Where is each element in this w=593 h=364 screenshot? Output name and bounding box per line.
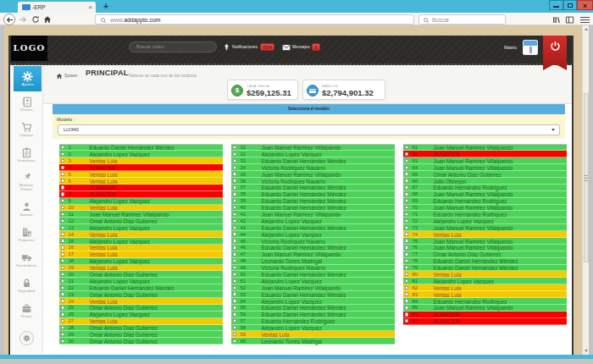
order-row[interactable]: 75Juan Manuel Ramirez Villalpando <box>403 238 567 245</box>
row-checkbox[interactable] <box>233 219 236 223</box>
row-checkbox[interactable] <box>233 333 236 336</box>
row-checkbox[interactable] <box>233 199 236 202</box>
order-row[interactable]: 37Eduardo Daniel Hernández Méndez <box>231 185 395 191</box>
order-row[interactable]: 23Omar Antonio Diaz Gutierrez <box>59 291 223 298</box>
order-row[interactable]: 86ALMACEN <box>403 312 567 318</box>
sidebar-item-seguridad[interactable]: Seguridad <box>10 273 42 298</box>
order-row[interactable]: 84Eduardo Hernández Rodriguez <box>403 298 567 305</box>
order-row[interactable]: 81Alejandro Lopez Vazquez <box>403 278 567 284</box>
order-row[interactable]: 79Eduardo Daniel Hernández Méndez <box>403 265 567 272</box>
order-row[interactable]: 16Ventas Lula <box>59 245 223 251</box>
order-row[interactable]: 40Eduardo Daniel Hernández Méndez <box>231 205 395 212</box>
row-checkbox[interactable] <box>233 152 236 156</box>
order-row[interactable]: 58Alejandro Lopez Vazquez <box>231 325 395 332</box>
row-checkbox[interactable] <box>405 279 408 283</box>
order-row[interactable]: 39Eduardo Daniel Hernández Méndez <box>231 198 395 205</box>
row-checkbox[interactable] <box>233 252 236 256</box>
order-row[interactable]: 47Juan Manuel Ramirez Villalpando <box>231 251 395 258</box>
order-row[interactable]: 67Eduardo Hernández Rodriguez <box>403 185 567 191</box>
menu-icon[interactable] <box>580 15 590 24</box>
row-checkbox[interactable] <box>405 266 408 269</box>
sidebar-item-ventas[interactable]: Ventas <box>10 298 42 323</box>
order-row[interactable]: 24Ventas Lula <box>59 298 223 305</box>
order-row[interactable]: 15Alejandro Lopez Vazquez <box>59 238 223 245</box>
sidebar-item-nomina[interactable]: Nomina <box>10 196 42 222</box>
order-row[interactable]: 3Ventas Lula <box>59 157 223 164</box>
order-row[interactable]: 33Eduardo Daniel Hernández Méndez <box>231 157 395 164</box>
row-checkbox[interactable] <box>61 252 64 256</box>
order-search-input[interactable]: Buscar orden <box>129 41 217 52</box>
order-row[interactable]: 30Omar Antonio Diaz Gutierrez <box>59 338 223 345</box>
row-checkbox[interactable] <box>405 199 408 202</box>
row-checkbox[interactable] <box>233 326 236 329</box>
row-checkbox[interactable] <box>233 166 236 169</box>
order-row[interactable]: 78Eduardo Daniel Hernández Méndez <box>403 258 567 265</box>
url-bar[interactable]: www.addappto.com <box>95 14 414 25</box>
row-checkbox[interactable] <box>405 179 408 182</box>
sidebar-item-clientes[interactable]: Clientes <box>10 91 42 117</box>
row-checkbox[interactable] <box>61 299 64 302</box>
order-row[interactable]: 14Ventas Lula <box>59 231 223 238</box>
row-checkbox[interactable] <box>233 179 236 182</box>
row-checkbox[interactable] <box>405 219 408 223</box>
sidebar-settings-button[interactable] <box>19 331 34 345</box>
order-row[interactable]: 52Juan Manuel Ramirez Villalpando <box>231 284 395 291</box>
row-checkbox[interactable] <box>233 185 236 189</box>
order-row[interactable]: 7ALMACEN <box>59 185 223 191</box>
row-checkbox[interactable] <box>61 286 64 290</box>
row-checkbox[interactable] <box>61 199 64 202</box>
page-scrollbar[interactable] <box>582 25 589 355</box>
window-maximize-button[interactable] <box>563 0 577 10</box>
order-row[interactable]: 41Juan Manuel Ramirez Villalpando <box>231 211 395 218</box>
order-row[interactable]: 10Ventas Lula <box>59 205 223 212</box>
home-icon[interactable] <box>56 73 63 80</box>
row-checkbox[interactable] <box>61 326 64 329</box>
row-checkbox[interactable] <box>405 166 408 169</box>
window-minimize-button[interactable] <box>549 0 563 10</box>
order-row[interactable]: 11Juan Manuel Ramirez Villalpando <box>59 211 223 218</box>
row-checkbox[interactable] <box>233 192 236 196</box>
tab-close-icon[interactable]: × <box>88 3 92 12</box>
row-checkbox[interactable] <box>233 172 236 175</box>
order-row[interactable]: 1Eduardo Daniel Hernández Méndez <box>59 145 223 152</box>
row-checkbox[interactable] <box>405 239 408 242</box>
order-row[interactable]: 28Omar Antonio Diaz Gutierrez <box>59 325 223 332</box>
order-row[interactable]: 73Juan Manuel Ramirez Villalpando <box>403 224 567 231</box>
browser-tab[interactable]: -ERP × <box>18 2 96 13</box>
row-checkbox[interactable] <box>233 232 236 235</box>
order-row[interactable]: 64Juan Manuel Ramirez Villalpando <box>403 164 567 171</box>
order-row[interactable]: 53Eduardo Daniel Hernández Méndez <box>231 291 395 298</box>
row-checkbox[interactable] <box>233 312 236 316</box>
order-row[interactable]: 27Ventas Lula <box>59 318 223 325</box>
order-row[interactable]: 44Alejandro Lopez Vazquez <box>231 231 395 238</box>
row-checkbox[interactable] <box>61 312 64 316</box>
sidebar-item-proveedores[interactable]: Proveedores <box>10 247 42 273</box>
back-button[interactable] <box>3 14 15 25</box>
order-row[interactable]: 18Alejandro Lopez Vazquez <box>59 258 223 265</box>
row-checkbox[interactable] <box>233 319 236 323</box>
order-row[interactable]: 77Omar Antonio Diaz Gutierrez <box>403 251 567 258</box>
order-row[interactable]: 36Victoria Rodriguez Navarro <box>231 178 395 185</box>
order-row[interactable]: 21Alejandro Lopez Vazquez <box>59 278 223 284</box>
order-row[interactable]: 83Ventas Lula <box>403 291 567 298</box>
row-checkbox[interactable] <box>405 159 408 163</box>
row-checkbox[interactable] <box>61 159 64 163</box>
sidebar-item-compras[interactable]: Compras <box>10 117 42 142</box>
breadcrumb[interactable]: System <box>64 74 77 78</box>
order-row[interactable]: 60Leonardo Torres Madrigal <box>231 338 395 345</box>
row-checkbox[interactable] <box>405 306 408 309</box>
row-checkbox[interactable] <box>61 146 64 149</box>
sidebar-item-materias-primas[interactable]: MateriasPrimas <box>10 168 42 196</box>
row-checkbox[interactable] <box>233 259 236 262</box>
row-checkbox[interactable] <box>233 273 236 276</box>
forward-button[interactable] <box>19 15 27 24</box>
row-checkbox[interactable] <box>61 339 64 343</box>
row-checkbox[interactable] <box>233 159 236 163</box>
order-row[interactable]: 72Alejandro Lopez Vazquez <box>403 218 567 224</box>
row-checkbox[interactable] <box>233 279 236 283</box>
order-row[interactable]: 34Victoria Rodriguez Navarro <box>231 164 395 171</box>
order-row[interactable]: 80Ventas Lula <box>403 271 567 278</box>
order-row[interactable]: 69Eduardo Hernández Rodriguez <box>403 198 567 205</box>
library-icon[interactable] <box>551 15 561 25</box>
order-row[interactable]: 76Juan Manuel Ramirez Villalpando <box>403 245 567 251</box>
